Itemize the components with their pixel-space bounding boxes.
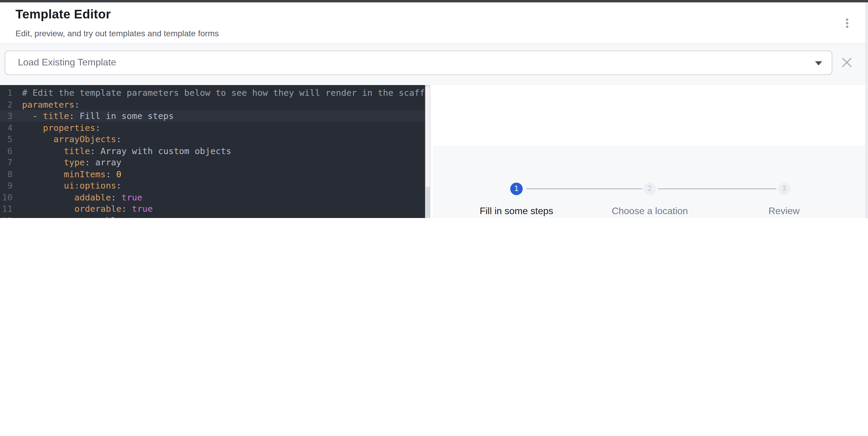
code-line: 4 properties: [0, 122, 425, 133]
step-circle-3[interactable]: 3 [778, 182, 790, 195]
page-header: Template Editor Edit, preview, and try o… [0, 2, 868, 43]
editor-scrollbar[interactable] [425, 85, 430, 218]
code-line: 8 minItems: 0 [0, 168, 425, 180]
dropdown-caret-icon [815, 61, 822, 65]
code-line: 9 ui:options: [0, 180, 425, 192]
clear-icon[interactable] [841, 56, 853, 68]
page-scrollbar[interactable] [866, 0, 868, 218]
editor-scrollbar-thumb[interactable] [425, 86, 430, 187]
code-line: 11 orderable: true [0, 203, 425, 215]
load-existing-template-select[interactable]: Load Existing Template [5, 50, 832, 75]
load-template-placeholder: Load Existing Template [18, 57, 116, 68]
window-top-bar [0, 0, 868, 2]
yaml-code-editor[interactable]: 1# Edit the template parameters below to… [0, 85, 425, 218]
step-circle-2[interactable]: 2 [644, 182, 656, 195]
stepper-connector [526, 188, 642, 189]
code-line: 6 title: Array with custom objects [0, 145, 425, 157]
code-lines: 1# Edit the template parameters below to… [0, 87, 425, 218]
stepper: 1 2 3 Fill in some steps Choose a locati… [433, 85, 866, 146]
code-line: 3 - title: Fill in some steps [0, 110, 425, 122]
stepper-connector [658, 188, 776, 189]
code-line: 5 arrayObjects: [0, 133, 425, 145]
step-label-review[interactable]: Review [769, 205, 800, 216]
page-subtitle: Edit, preview, and try out templates and… [16, 29, 219, 38]
code-line: 7 type: array [0, 157, 425, 168]
code-line: 1# Edit the template parameters below to… [0, 87, 425, 98]
kebab-menu-icon[interactable] [840, 16, 854, 32]
step-label-fill-in-some-steps[interactable]: Fill in some steps [479, 205, 553, 216]
preview-panel: 1 2 3 Fill in some steps Choose a locati… [433, 85, 866, 218]
step-circle-1[interactable]: 1 [510, 182, 523, 195]
code-line: 12 removable: true [0, 215, 425, 218]
load-template-band: Load Existing Template [0, 44, 868, 85]
page-title: Template Editor [16, 7, 111, 22]
code-line: 2parameters: [0, 98, 425, 110]
step-label-choose-a-location[interactable]: Choose a location [612, 205, 688, 216]
template-editor-app: Template Editor Edit, preview, and try o… [0, 0, 868, 218]
code-line: 10 addable: true [0, 192, 425, 203]
